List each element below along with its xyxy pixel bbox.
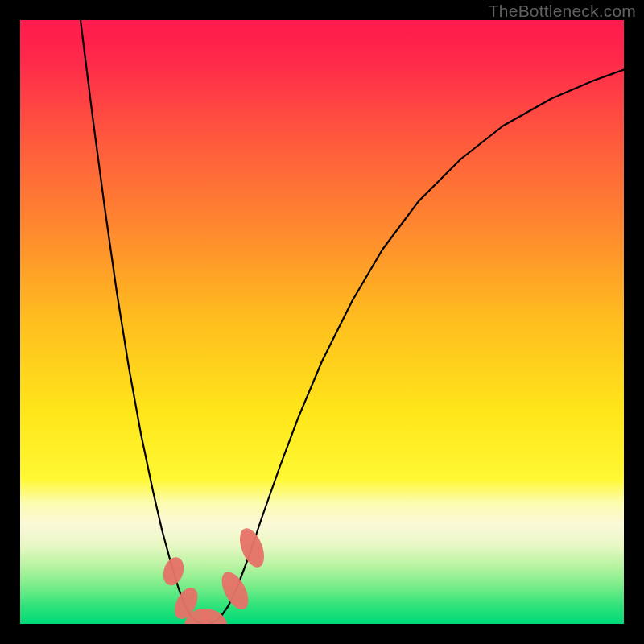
- attribution-text: TheBottleneck.com: [489, 2, 636, 21]
- chart-frame: [20, 20, 624, 624]
- chart-background: [20, 20, 624, 624]
- bottleneck-chart: [20, 20, 624, 624]
